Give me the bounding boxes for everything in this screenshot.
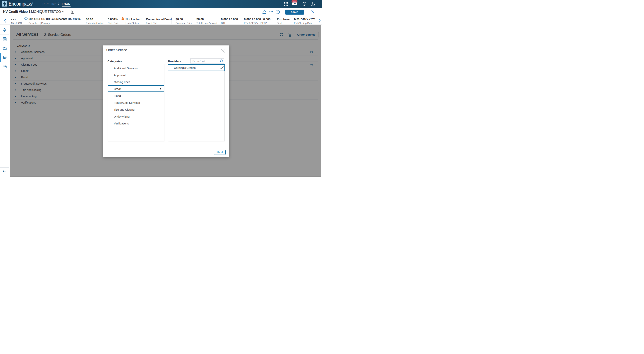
svg-text:?: ? (304, 3, 305, 5)
